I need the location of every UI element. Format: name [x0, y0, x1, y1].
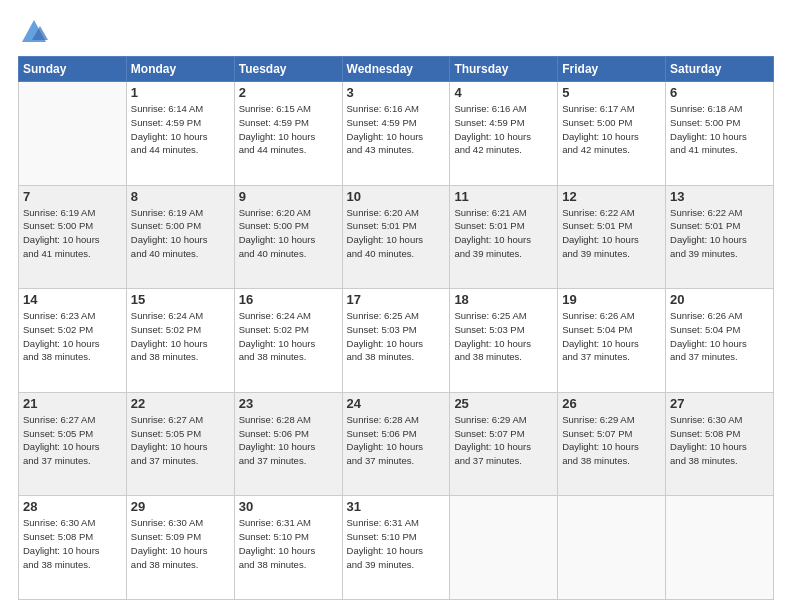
day-info: Sunrise: 6:26 AM Sunset: 5:04 PM Dayligh… [670, 309, 769, 364]
day-number: 6 [670, 85, 769, 100]
logo-icon [20, 18, 48, 46]
day-info: Sunrise: 6:30 AM Sunset: 5:08 PM Dayligh… [23, 516, 122, 571]
calendar-cell: 21Sunrise: 6:27 AM Sunset: 5:05 PM Dayli… [19, 392, 127, 496]
day-number: 19 [562, 292, 661, 307]
day-info: Sunrise: 6:20 AM Sunset: 5:01 PM Dayligh… [347, 206, 446, 261]
day-info: Sunrise: 6:28 AM Sunset: 5:06 PM Dayligh… [239, 413, 338, 468]
calendar-cell [558, 496, 666, 600]
page: SundayMondayTuesdayWednesdayThursdayFrid… [0, 0, 792, 612]
day-info: Sunrise: 6:24 AM Sunset: 5:02 PM Dayligh… [239, 309, 338, 364]
day-info: Sunrise: 6:28 AM Sunset: 5:06 PM Dayligh… [347, 413, 446, 468]
day-info: Sunrise: 6:18 AM Sunset: 5:00 PM Dayligh… [670, 102, 769, 157]
calendar-cell: 19Sunrise: 6:26 AM Sunset: 5:04 PM Dayli… [558, 289, 666, 393]
day-number: 3 [347, 85, 446, 100]
calendar-cell: 31Sunrise: 6:31 AM Sunset: 5:10 PM Dayli… [342, 496, 450, 600]
day-number: 5 [562, 85, 661, 100]
day-number: 16 [239, 292, 338, 307]
logo [18, 18, 48, 46]
day-number: 26 [562, 396, 661, 411]
calendar-cell [666, 496, 774, 600]
day-info: Sunrise: 6:19 AM Sunset: 5:00 PM Dayligh… [23, 206, 122, 261]
calendar-cell: 24Sunrise: 6:28 AM Sunset: 5:06 PM Dayli… [342, 392, 450, 496]
day-number: 13 [670, 189, 769, 204]
day-info: Sunrise: 6:20 AM Sunset: 5:00 PM Dayligh… [239, 206, 338, 261]
calendar-cell: 10Sunrise: 6:20 AM Sunset: 5:01 PM Dayli… [342, 185, 450, 289]
day-info: Sunrise: 6:14 AM Sunset: 4:59 PM Dayligh… [131, 102, 230, 157]
calendar-cell: 6Sunrise: 6:18 AM Sunset: 5:00 PM Daylig… [666, 82, 774, 186]
calendar-header-row: SundayMondayTuesdayWednesdayThursdayFrid… [19, 57, 774, 82]
day-info: Sunrise: 6:22 AM Sunset: 5:01 PM Dayligh… [562, 206, 661, 261]
calendar-cell: 7Sunrise: 6:19 AM Sunset: 5:00 PM Daylig… [19, 185, 127, 289]
day-info: Sunrise: 6:24 AM Sunset: 5:02 PM Dayligh… [131, 309, 230, 364]
day-info: Sunrise: 6:31 AM Sunset: 5:10 PM Dayligh… [239, 516, 338, 571]
day-number: 9 [239, 189, 338, 204]
calendar-week-row: 7Sunrise: 6:19 AM Sunset: 5:00 PM Daylig… [19, 185, 774, 289]
day-number: 30 [239, 499, 338, 514]
calendar-cell: 3Sunrise: 6:16 AM Sunset: 4:59 PM Daylig… [342, 82, 450, 186]
calendar-cell: 15Sunrise: 6:24 AM Sunset: 5:02 PM Dayli… [126, 289, 234, 393]
day-info: Sunrise: 6:29 AM Sunset: 5:07 PM Dayligh… [562, 413, 661, 468]
day-info: Sunrise: 6:22 AM Sunset: 5:01 PM Dayligh… [670, 206, 769, 261]
weekday-header-sunday: Sunday [19, 57, 127, 82]
weekday-header-saturday: Saturday [666, 57, 774, 82]
calendar-week-row: 14Sunrise: 6:23 AM Sunset: 5:02 PM Dayli… [19, 289, 774, 393]
day-info: Sunrise: 6:31 AM Sunset: 5:10 PM Dayligh… [347, 516, 446, 571]
day-number: 20 [670, 292, 769, 307]
weekday-header-friday: Friday [558, 57, 666, 82]
calendar-cell: 28Sunrise: 6:30 AM Sunset: 5:08 PM Dayli… [19, 496, 127, 600]
calendar-cell: 9Sunrise: 6:20 AM Sunset: 5:00 PM Daylig… [234, 185, 342, 289]
calendar-cell: 12Sunrise: 6:22 AM Sunset: 5:01 PM Dayli… [558, 185, 666, 289]
day-number: 29 [131, 499, 230, 514]
weekday-header-tuesday: Tuesday [234, 57, 342, 82]
day-number: 23 [239, 396, 338, 411]
calendar-cell: 27Sunrise: 6:30 AM Sunset: 5:08 PM Dayli… [666, 392, 774, 496]
day-info: Sunrise: 6:25 AM Sunset: 5:03 PM Dayligh… [454, 309, 553, 364]
calendar-cell: 5Sunrise: 6:17 AM Sunset: 5:00 PM Daylig… [558, 82, 666, 186]
day-number: 12 [562, 189, 661, 204]
weekday-header-wednesday: Wednesday [342, 57, 450, 82]
calendar-cell: 1Sunrise: 6:14 AM Sunset: 4:59 PM Daylig… [126, 82, 234, 186]
day-number: 25 [454, 396, 553, 411]
calendar-cell: 13Sunrise: 6:22 AM Sunset: 5:01 PM Dayli… [666, 185, 774, 289]
calendar-cell: 8Sunrise: 6:19 AM Sunset: 5:00 PM Daylig… [126, 185, 234, 289]
day-number: 22 [131, 396, 230, 411]
calendar-week-row: 28Sunrise: 6:30 AM Sunset: 5:08 PM Dayli… [19, 496, 774, 600]
day-info: Sunrise: 6:30 AM Sunset: 5:09 PM Dayligh… [131, 516, 230, 571]
calendar-cell: 16Sunrise: 6:24 AM Sunset: 5:02 PM Dayli… [234, 289, 342, 393]
day-info: Sunrise: 6:15 AM Sunset: 4:59 PM Dayligh… [239, 102, 338, 157]
calendar-cell: 18Sunrise: 6:25 AM Sunset: 5:03 PM Dayli… [450, 289, 558, 393]
calendar-cell: 2Sunrise: 6:15 AM Sunset: 4:59 PM Daylig… [234, 82, 342, 186]
day-number: 18 [454, 292, 553, 307]
calendar-cell: 23Sunrise: 6:28 AM Sunset: 5:06 PM Dayli… [234, 392, 342, 496]
day-info: Sunrise: 6:26 AM Sunset: 5:04 PM Dayligh… [562, 309, 661, 364]
calendar-cell: 4Sunrise: 6:16 AM Sunset: 4:59 PM Daylig… [450, 82, 558, 186]
day-number: 15 [131, 292, 230, 307]
day-info: Sunrise: 6:23 AM Sunset: 5:02 PM Dayligh… [23, 309, 122, 364]
day-number: 21 [23, 396, 122, 411]
weekday-header-thursday: Thursday [450, 57, 558, 82]
day-info: Sunrise: 6:17 AM Sunset: 5:00 PM Dayligh… [562, 102, 661, 157]
day-info: Sunrise: 6:16 AM Sunset: 4:59 PM Dayligh… [347, 102, 446, 157]
weekday-header-monday: Monday [126, 57, 234, 82]
calendar-table: SundayMondayTuesdayWednesdayThursdayFrid… [18, 56, 774, 600]
day-info: Sunrise: 6:16 AM Sunset: 4:59 PM Dayligh… [454, 102, 553, 157]
day-info: Sunrise: 6:27 AM Sunset: 5:05 PM Dayligh… [131, 413, 230, 468]
calendar-cell: 17Sunrise: 6:25 AM Sunset: 5:03 PM Dayli… [342, 289, 450, 393]
calendar-week-row: 21Sunrise: 6:27 AM Sunset: 5:05 PM Dayli… [19, 392, 774, 496]
calendar-cell: 14Sunrise: 6:23 AM Sunset: 5:02 PM Dayli… [19, 289, 127, 393]
day-number: 10 [347, 189, 446, 204]
day-number: 14 [23, 292, 122, 307]
day-number: 31 [347, 499, 446, 514]
day-number: 2 [239, 85, 338, 100]
calendar-cell: 20Sunrise: 6:26 AM Sunset: 5:04 PM Dayli… [666, 289, 774, 393]
day-info: Sunrise: 6:19 AM Sunset: 5:00 PM Dayligh… [131, 206, 230, 261]
calendar-cell: 29Sunrise: 6:30 AM Sunset: 5:09 PM Dayli… [126, 496, 234, 600]
calendar-cell: 26Sunrise: 6:29 AM Sunset: 5:07 PM Dayli… [558, 392, 666, 496]
day-number: 17 [347, 292, 446, 307]
day-info: Sunrise: 6:21 AM Sunset: 5:01 PM Dayligh… [454, 206, 553, 261]
day-number: 8 [131, 189, 230, 204]
day-info: Sunrise: 6:27 AM Sunset: 5:05 PM Dayligh… [23, 413, 122, 468]
calendar-cell: 30Sunrise: 6:31 AM Sunset: 5:10 PM Dayli… [234, 496, 342, 600]
day-info: Sunrise: 6:30 AM Sunset: 5:08 PM Dayligh… [670, 413, 769, 468]
calendar-cell [450, 496, 558, 600]
